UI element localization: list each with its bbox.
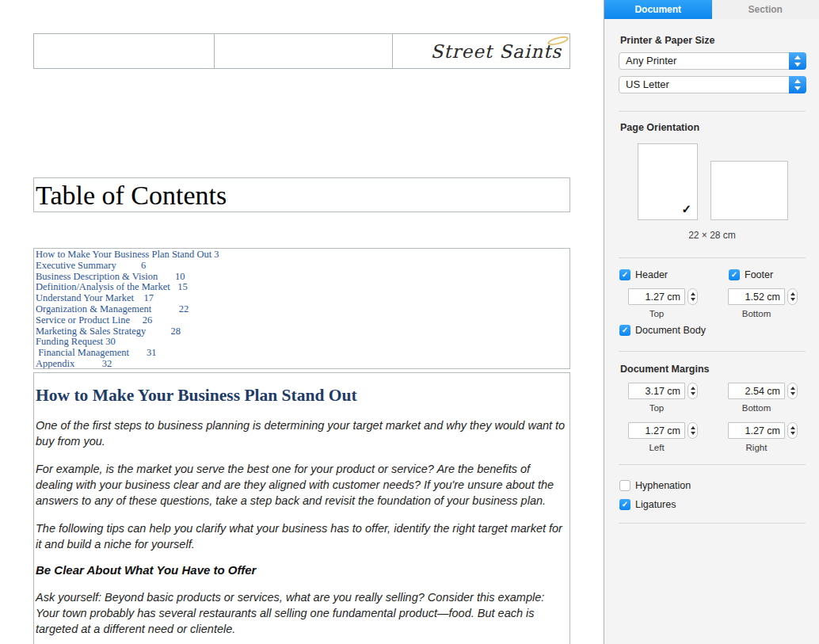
toc-entry[interactable]: Understand Your Market 17 [36, 293, 569, 304]
footer-bottom-field[interactable] [728, 288, 785, 305]
header-top-stepper[interactable] [688, 288, 698, 305]
hyphenation-checkbox-row: Hyphenation [619, 480, 691, 491]
margin-top-field-label: Top [628, 403, 685, 413]
logo-text: Street Saints [431, 41, 562, 62]
ligatures-checkbox-label: Ligatures [635, 499, 676, 510]
margin-left-field[interactable] [628, 422, 685, 439]
toc-entry[interactable]: How to Make Your Business Plan Stand Out… [36, 250, 569, 261]
article-paragraph[interactable]: Ask yourself: Beyond basic products or s… [36, 589, 567, 637]
margin-bottom-field-label: Bottom [728, 403, 785, 413]
footer-checkbox[interactable]: ✓ [729, 269, 740, 280]
margin-right-field[interactable] [728, 422, 785, 439]
document-header-table[interactable]: Street Saints [33, 33, 570, 69]
document-margins-heading: Document Margins [620, 364, 710, 375]
document-body-checkbox[interactable]: ✓ [619, 325, 630, 336]
article-paragraph[interactable]: For example, is the market you serve the… [36, 461, 567, 509]
toc-entry[interactable]: Executive Summary 6 [36, 261, 569, 272]
margin-top-stepper[interactable] [688, 383, 698, 399]
margin-left-field-label: Left [628, 443, 685, 452]
header-table-cell-1[interactable] [34, 34, 215, 68]
ligatures-checkbox-row: ✓ Ligatures [619, 499, 676, 510]
document-canvas[interactable]: Street Saints Table of Contents How to M… [0, 0, 604, 644]
footer-bottom-field-label: Bottom [728, 309, 785, 318]
table-of-contents-list[interactable]: How to Make Your Business Plan Stand Out… [33, 248, 570, 369]
orientation-landscape-option[interactable] [710, 161, 788, 220]
divider [619, 464, 806, 465]
paper-size-select[interactable]: US Letter [619, 76, 806, 93]
popup-arrows-icon [789, 76, 806, 93]
printer-select[interactable]: Any Printer [619, 52, 806, 70]
toc-entry[interactable]: Business Description & Vision 10 [36, 272, 569, 283]
toc-entry[interactable]: Financial Management 31 [36, 348, 569, 359]
margin-bottom-stepper[interactable] [787, 383, 798, 399]
footer-checkbox-label: Footer [745, 269, 773, 280]
header-checkbox-row: ✓ Header [619, 269, 668, 280]
header-table-cell-3[interactable]: Street Saints [393, 34, 569, 68]
article-paragraph[interactable]: The following tips can help you clarify … [36, 520, 567, 552]
street-saints-logo: Street Saints [431, 41, 562, 62]
paper-size-select-value: US Letter [626, 78, 669, 90]
toc-entry[interactable]: Definition/Analysis of the Market 15 [36, 282, 569, 293]
margin-right-stepper[interactable] [787, 422, 798, 439]
header-top-field-label: Top [628, 309, 685, 318]
margin-right-field-label: Right [728, 443, 785, 452]
format-inspector-panel: Document Section Printer & Paper Size An… [604, 0, 819, 644]
tab-section[interactable]: Section [712, 0, 819, 19]
article-paragraph[interactable]: One of the first steps to business plann… [36, 417, 567, 449]
divider [619, 257, 806, 258]
margin-bottom-field[interactable] [728, 383, 785, 399]
article-subheading[interactable]: Be Clear About What You Have to Offer [36, 563, 567, 577]
ligatures-checkbox[interactable]: ✓ [619, 499, 630, 510]
pages-app-window: Street Saints Table of Contents How to M… [0, 0, 819, 644]
selected-check-icon: ✓ [681, 202, 691, 216]
tab-document[interactable]: Document [604, 0, 712, 19]
inspector-tab-bar: Document Section [604, 0, 819, 19]
toc-entry[interactable]: Service or Product Line 26 [36, 315, 569, 326]
header-checkbox-label: Header [635, 269, 668, 280]
divider [619, 111, 806, 112]
page-orientation-heading: Page Orientation [620, 122, 699, 133]
header-table-cell-2[interactable] [215, 34, 393, 68]
orientation-portrait-option[interactable]: ✓ [638, 143, 698, 220]
document-body-text-box[interactable]: How to Make Your Business Plan Stand Out… [33, 372, 570, 644]
margin-top-field[interactable] [628, 383, 685, 399]
printer-paper-size-heading: Printer & Paper Size [620, 35, 715, 46]
hyphenation-checkbox[interactable] [619, 480, 630, 491]
header-top-field[interactable] [628, 288, 685, 305]
divider [619, 351, 806, 352]
hyphenation-checkbox-label: Hyphenation [635, 480, 691, 491]
document-body-checkbox-row: ✓ Document Body [619, 325, 706, 336]
toc-entry[interactable]: Marketing & Sales Strategy 28 [36, 326, 569, 337]
toc-title-box[interactable]: Table of Contents [33, 177, 570, 212]
divider [619, 523, 806, 524]
toc-entry[interactable]: Appendix 32 [36, 359, 569, 369]
article-heading[interactable]: How to Make Your Business Plan Stand Out [36, 385, 567, 406]
popup-arrows-icon [789, 52, 806, 70]
toc-entry[interactable]: Organization & Management 22 [36, 304, 569, 315]
footer-checkbox-row: ✓ Footer [729, 269, 773, 280]
footer-bottom-stepper[interactable] [787, 288, 798, 305]
printer-select-value: Any Printer [626, 55, 676, 67]
header-checkbox[interactable]: ✓ [619, 269, 630, 280]
page-size-label: 22 × 28 cm [619, 230, 806, 241]
margin-left-stepper[interactable] [688, 422, 698, 439]
document-body-checkbox-label: Document Body [635, 325, 706, 336]
toc-entry[interactable]: Funding Request 30 [36, 337, 569, 348]
